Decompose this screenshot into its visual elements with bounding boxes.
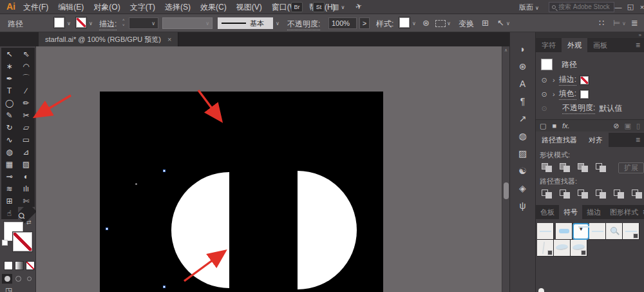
variable-width-profile-select[interactable]: ∨ xyxy=(162,17,213,29)
symbol-thumb-streak[interactable] xyxy=(537,240,554,257)
menu-file[interactable]: 文件(F) xyxy=(23,2,48,13)
brush-chevron-icon[interactable]: ∨ xyxy=(276,21,279,26)
trim-button[interactable] xyxy=(558,188,573,200)
adjust-grid-icon[interactable]: ∷ xyxy=(599,18,604,28)
draw-behind-button[interactable] xyxy=(13,274,23,284)
align-panel-icon[interactable]: ⊨ xyxy=(613,18,620,28)
character-styles-panel-icon[interactable]: A xyxy=(510,75,535,92)
clear-appearance-icon[interactable]: ⊘ xyxy=(613,122,619,130)
appearance-stroke-swatch[interactable] xyxy=(580,76,589,84)
delete-item-icon[interactable]: ▯ xyxy=(636,122,640,130)
new-stroke-icon[interactable]: ▢ xyxy=(540,122,546,130)
scale-tool[interactable]: ▱ xyxy=(18,121,35,133)
list-options-icon[interactable]: ≣ xyxy=(631,18,638,28)
bridge-badge[interactable]: Br xyxy=(291,2,303,12)
new-fill-icon[interactable]: ■ xyxy=(552,122,556,130)
menu-edit[interactable]: 编辑(E) xyxy=(58,2,84,13)
stroke-indicator[interactable] xyxy=(13,232,32,251)
symbol-thumb-wave[interactable] xyxy=(554,240,571,257)
workspace-switcher[interactable]: 版面 ∨ xyxy=(519,3,539,12)
blend-tool[interactable]: ◐ xyxy=(18,170,35,182)
isolate-selection-icon[interactable]: ↖ xyxy=(497,18,504,28)
share-icon[interactable]: ✈ xyxy=(354,1,363,12)
menu-type[interactable]: 文字(T) xyxy=(130,2,155,13)
direct-selection-tool[interactable]: ⇖ xyxy=(18,48,35,60)
opacity-label[interactable]: 不透明度: xyxy=(287,19,320,30)
panel-menu-icon[interactable]: ≡ xyxy=(636,41,644,50)
magic-wand-tool[interactable]: ∗ xyxy=(1,60,18,72)
shaper-tool[interactable]: ✎ xyxy=(1,109,18,121)
opacity-field[interactable]: 100% xyxy=(328,17,357,29)
transform-button[interactable]: 变换 xyxy=(459,19,474,30)
align-icon[interactable]: ⊞ xyxy=(482,18,489,28)
scroll-up-icon[interactable]: ∧ xyxy=(502,46,509,54)
anchor-point-bottom[interactable] xyxy=(163,286,166,288)
fill-color-swatch[interactable] xyxy=(54,17,64,28)
color-guide-panel-icon[interactable]: ◗ xyxy=(510,40,535,57)
color-button[interactable] xyxy=(4,261,13,270)
select-similar-chevron-icon[interactable]: ∨ xyxy=(447,21,451,26)
symbol-tools-panel-icon[interactable]: ψ xyxy=(510,197,535,214)
expand-button[interactable]: 扩展 xyxy=(618,162,644,173)
right-half-circle-shape[interactable] xyxy=(298,171,357,289)
select-similar-options-icon[interactable] xyxy=(435,20,446,27)
rotate-tool[interactable]: ↻ xyxy=(1,121,18,133)
style-swatch[interactable] xyxy=(399,17,410,28)
menu-select[interactable]: 选择(S) xyxy=(165,2,191,13)
scrollbar-thumb[interactable] xyxy=(504,182,509,199)
recolor-artwork-icon[interactable]: ⊛ xyxy=(422,18,430,28)
free-transform-tool[interactable]: ▭ xyxy=(18,133,35,146)
merge-button[interactable] xyxy=(576,188,591,200)
mesh-tool[interactable]: ▦ xyxy=(1,158,18,170)
curvature-tool[interactable]: ⌒ xyxy=(18,72,35,84)
paragraph-styles-panel-icon[interactable]: ¶ xyxy=(510,92,535,110)
symbol-thumb-line2[interactable] xyxy=(589,223,606,240)
symbol-thumb-blank[interactable] xyxy=(623,223,639,240)
swap-fill-stroke-icon[interactable]: ⇄ xyxy=(26,219,32,226)
width-tool[interactable]: ∿ xyxy=(1,133,18,146)
fill-visibility-eye-icon[interactable]: ⊙ xyxy=(540,90,549,99)
stroke-expand-icon[interactable]: › xyxy=(553,76,555,84)
draw-normal-button[interactable] xyxy=(2,274,12,284)
canvas-pasteboard[interactable] xyxy=(36,46,502,292)
collapse-panels-icon[interactable]: » xyxy=(536,32,644,38)
none-button[interactable] xyxy=(26,261,35,270)
screen-mode-button[interactable]: ◳ xyxy=(5,286,12,292)
color-panel-icon[interactable]: ☯ xyxy=(510,162,535,179)
stroke-weight-stepper[interactable]: ˄˅ xyxy=(122,17,125,28)
lasso-tool[interactable]: ◠ xyxy=(18,60,35,72)
symbol-thumb-magnifier[interactable] xyxy=(606,223,623,240)
tab-appearance[interactable]: 外观 xyxy=(562,38,587,52)
appearance-fill-swatch[interactable] xyxy=(580,90,589,99)
scissors-tool[interactable]: ✂ xyxy=(18,109,35,121)
close-button[interactable]: × xyxy=(637,1,644,12)
arrange-documents-icon[interactable]: ▥ ∨ xyxy=(332,3,345,11)
vertical-scrollbar[interactable]: ∧ xyxy=(502,46,509,292)
line-segment-tool[interactable]: ∕ xyxy=(18,84,35,97)
fill-chevron-icon[interactable]: ∨ xyxy=(67,21,71,26)
eyedropper-tool[interactable]: ⊸ xyxy=(1,170,18,182)
transparency-panel-icon[interactable]: ◍ xyxy=(510,127,535,144)
shape-builder-tool[interactable]: ◍ xyxy=(1,146,18,158)
opacity-eye-icon[interactable]: ⊙ xyxy=(540,104,549,113)
minus-back-button[interactable] xyxy=(630,188,644,200)
tab-close-icon[interactable]: × xyxy=(167,35,171,43)
graph-tool[interactable]: ılı xyxy=(18,182,35,195)
stroke-visibility-eye-icon[interactable]: ⊙ xyxy=(540,76,549,84)
tab-pathfinder[interactable]: 路径查找器 xyxy=(536,133,583,147)
default-fill-stroke-icon[interactable] xyxy=(2,240,8,246)
stroke-weight-field[interactable]: ∨ xyxy=(129,17,158,29)
menu-effect[interactable]: 效果(C) xyxy=(200,2,227,13)
gradient-panel-icon[interactable]: ▨ xyxy=(510,144,535,162)
tab-align[interactable]: 对齐 xyxy=(583,133,609,147)
pen-tool[interactable]: ✒ xyxy=(1,72,18,84)
draw-inside-button[interactable] xyxy=(24,274,34,284)
outline-button[interactable] xyxy=(612,188,627,200)
appearance-stroke-label[interactable]: 描边: xyxy=(559,74,576,86)
tab-character[interactable]: 字符 xyxy=(536,38,562,52)
symbol-thumb-dropdown-selected[interactable] xyxy=(573,223,589,240)
gradient-button[interactable] xyxy=(15,261,24,270)
stock-badge[interactable]: St xyxy=(313,2,325,12)
perspective-grid-tool[interactable]: ⊿ xyxy=(18,146,35,158)
tab-artboards[interactable]: 画板 xyxy=(587,38,613,52)
